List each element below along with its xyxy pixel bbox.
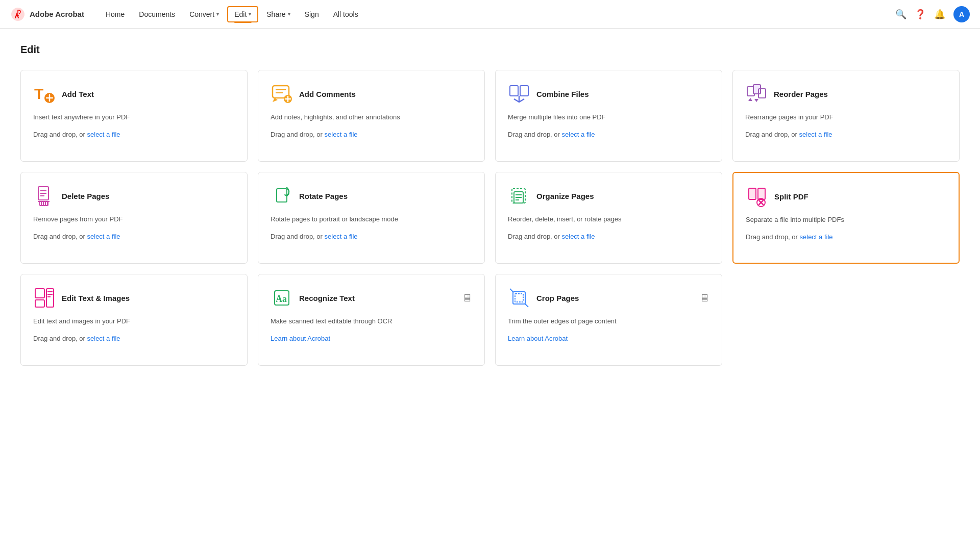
combine-files-action: Drag and drop, or select a file — [508, 131, 709, 138]
svg-rect-37 — [35, 300, 44, 307]
card-header-delete-pages: Delete Pages — [33, 185, 235, 207]
delete-pages-desc: Remove pages from your PDF — [33, 214, 235, 224]
add-comments-action: Drag and drop, or select a file — [271, 131, 472, 138]
crop-pages-desc: Trim the outer edges of page content — [508, 316, 709, 326]
tool-card-edit-text-images[interactable]: Edit Text & Images Edit text and images … — [20, 274, 248, 366]
nav-right: 🔍 ❓ 🔔 A — [895, 6, 970, 22]
organize-pages-action: Drag and drop, or select a file — [508, 233, 709, 240]
rotate-pages-desc: Rotate pages to portrait or landscape mo… — [271, 214, 472, 224]
add-comments-desc: Add notes, highlights, and other annotat… — [271, 112, 472, 122]
reorder-pages-select-link[interactable]: select a file — [799, 131, 832, 138]
combine-files-select-link[interactable]: select a file — [562, 131, 595, 138]
nav-share[interactable]: Share ▾ — [260, 7, 296, 21]
add-text-title: Add Text — [62, 90, 94, 98]
combine-files-desc: Merge multiple files into one PDF — [508, 112, 709, 122]
delete-pages-action: Drag and drop, or select a file — [33, 233, 235, 240]
tool-card-reorder-pages[interactable]: Reorder Pages Rearrange pages in your PD… — [732, 70, 960, 162]
convert-chevron-icon: ▾ — [216, 11, 219, 17]
split-pdf-title: Split PDF — [774, 192, 808, 201]
add-text-action: Drag and drop, or select a file — [33, 131, 235, 138]
svg-line-46 — [510, 289, 513, 292]
add-comments-icon — [271, 83, 293, 105]
nav-links: Home Documents Convert ▾ Edit ▾ Share ▾ … — [100, 6, 895, 22]
split-pdf-action: Drag and drop, or select a file — [746, 233, 946, 241]
svg-rect-32 — [758, 188, 765, 199]
tool-card-organize-pages[interactable]: Organize Pages Reorder, delete, insert, … — [495, 172, 722, 264]
recognize-text-icon: Aa — [271, 287, 293, 309]
recognize-text-desktop-icon: 🖥 — [462, 292, 472, 304]
nav-sign[interactable]: Sign — [299, 7, 325, 21]
svg-line-47 — [525, 304, 528, 307]
notifications-icon[interactable]: 🔔 — [934, 9, 945, 20]
recognize-text-desc: Make scanned text editable through OCR — [271, 316, 472, 326]
nav-documents[interactable]: Documents — [133, 7, 181, 21]
crop-pages-title: Crop Pages — [536, 294, 579, 302]
card-header-split-pdf: Split PDF — [746, 185, 946, 208]
svg-text:Aa: Aa — [276, 294, 287, 304]
edit-text-images-action: Drag and drop, or select a file — [33, 335, 235, 342]
tool-card-add-text[interactable]: T Add Text Insert text anywhere in your … — [20, 70, 248, 162]
edit-chevron-icon: ▾ — [249, 11, 251, 17]
crop-pages-icon — [508, 287, 530, 309]
svg-rect-45 — [515, 294, 523, 302]
card-header-organize-pages: Organize Pages — [508, 185, 709, 207]
search-icon[interactable]: 🔍 — [895, 9, 906, 20]
card-header-add-text: T Add Text — [33, 83, 235, 105]
edit-text-images-select-link[interactable]: select a file — [87, 335, 120, 342]
add-comments-title: Add Comments — [299, 90, 356, 98]
delete-pages-icon — [33, 185, 56, 207]
tool-card-recognize-text[interactable]: Aa Recognize Text 🖥 Make scanned text ed… — [258, 274, 485, 366]
edit-text-images-title: Edit Text & Images — [62, 294, 130, 302]
tool-card-crop-pages[interactable]: Crop Pages 🖥 Trim the outer edges of pag… — [495, 274, 722, 366]
nav-edit[interactable]: Edit ▾ — [227, 6, 258, 22]
rotate-pages-action: Drag and drop, or select a file — [271, 233, 472, 240]
nav-convert[interactable]: Convert ▾ — [183, 7, 225, 21]
navbar: Adobe Acrobat Home Documents Convert ▾ E… — [0, 0, 980, 29]
card-header-edit-text-images: Edit Text & Images — [33, 287, 235, 309]
brand: Adobe Acrobat — [10, 7, 84, 22]
tool-card-rotate-pages[interactable]: Rotate Pages Rotate pages to portrait or… — [258, 172, 485, 264]
card-header-combine-files: Combine Files — [508, 83, 709, 105]
edit-text-images-icon — [33, 287, 56, 309]
svg-rect-11 — [520, 86, 528, 96]
rotate-pages-title: Rotate Pages — [299, 192, 348, 200]
svg-text:T: T — [34, 85, 43, 102]
rotate-pages-icon — [271, 185, 293, 207]
nav-home[interactable]: Home — [100, 7, 131, 21]
tool-card-add-comments[interactable]: Add Comments Add notes, highlights, and … — [258, 70, 485, 162]
svg-rect-36 — [35, 289, 44, 298]
tool-card-combine-files[interactable]: Combine Files Merge multiple files into … — [495, 70, 722, 162]
organize-pages-desc: Reorder, delete, insert, or rotate pages — [508, 214, 709, 224]
split-pdf-icon — [746, 185, 768, 208]
tool-card-split-pdf[interactable]: Split PDF Separate a file into multiple … — [732, 172, 960, 264]
rotate-pages-select-link[interactable]: select a file — [325, 233, 358, 240]
crop-pages-learn-link[interactable]: Learn about Acrobat — [508, 335, 568, 342]
avatar[interactable]: A — [953, 6, 970, 22]
add-text-select-link[interactable]: select a file — [87, 131, 120, 138]
help-icon[interactable]: ❓ — [915, 9, 926, 20]
combine-files-icon — [508, 83, 530, 105]
delete-pages-select-link[interactable]: select a file — [87, 233, 120, 240]
tools-grid: T Add Text Insert text anywhere in your … — [20, 70, 960, 366]
card-header-crop-pages: Crop Pages 🖥 — [508, 287, 709, 309]
add-comments-select-link[interactable]: select a file — [325, 131, 358, 138]
reorder-pages-desc: Rearrange pages in your PDF — [745, 112, 947, 122]
main-content: Edit T Add Text Insert text anywhere in … — [0, 29, 980, 381]
edit-text-images-desc: Edit text and images in your PDF — [33, 316, 235, 326]
nav-all-tools[interactable]: All tools — [327, 7, 364, 21]
card-header-rotate-pages: Rotate Pages — [271, 185, 472, 207]
brand-logo-icon — [10, 7, 26, 22]
card-header-add-comments: Add Comments — [271, 83, 472, 105]
recognize-text-title: Recognize Text — [299, 294, 355, 302]
organize-pages-title: Organize Pages — [536, 192, 594, 200]
split-pdf-select-link[interactable]: select a file — [800, 233, 833, 241]
organize-pages-select-link[interactable]: select a file — [562, 233, 595, 240]
reorder-pages-title: Reorder Pages — [774, 90, 828, 98]
reorder-pages-icon — [745, 83, 768, 105]
recognize-text-learn-link[interactable]: Learn about Acrobat — [271, 335, 330, 342]
combine-files-title: Combine Files — [536, 90, 589, 98]
tool-card-delete-pages[interactable]: Delete Pages Remove pages from your PDF … — [20, 172, 248, 264]
add-text-desc: Insert text anywhere in your PDF — [33, 112, 235, 122]
card-header-reorder-pages: Reorder Pages — [745, 83, 947, 105]
svg-rect-31 — [749, 188, 756, 199]
